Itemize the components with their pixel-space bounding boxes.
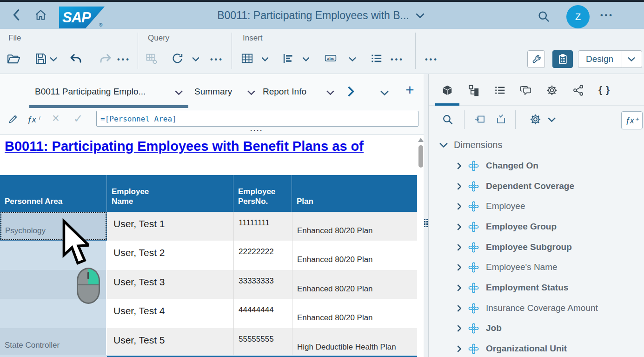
- tab-report-chevron-icon[interactable]: [175, 90, 183, 95]
- cell-employee-name[interactable]: User, Test 1: [107, 212, 233, 241]
- dimensions-section-header[interactable]: Dimensions: [439, 140, 502, 150]
- insert-text-icon[interactable]: abc: [323, 52, 338, 64]
- cell-employee-persno[interactable]: 11111111: [233, 212, 292, 241]
- scrollbar-thumb[interactable]: [418, 145, 423, 168]
- dimension-item[interactable]: Employee: [457, 200, 643, 213]
- cell-personnel-area[interactable]: [0, 241, 107, 270]
- dimension-item[interactable]: Insurance Coverage Amount: [457, 302, 643, 315]
- dimension-item[interactable]: Employee Subgroup: [457, 241, 643, 254]
- expand-chevron-icon[interactable]: [457, 183, 461, 190]
- expand-chevron-icon[interactable]: [457, 305, 461, 312]
- dimension-item[interactable]: Employee's Name: [457, 261, 643, 274]
- redo-icon[interactable]: [99, 52, 113, 66]
- toolbar-overflow-icon[interactable]: •••: [425, 55, 438, 64]
- formula-editor-icon[interactable]: ƒx⁺: [27, 114, 41, 125]
- manage-objects-icon[interactable]: [496, 114, 507, 125]
- file-overflow-icon[interactable]: •••: [117, 55, 131, 64]
- cell-plan[interactable]: Enhanced 80/20 Plan: [292, 270, 417, 299]
- expand-chevron-icon[interactable]: [457, 345, 461, 352]
- add-report-icon[interactable]: +: [405, 81, 414, 99]
- edit-formula-icon[interactable]: [7, 114, 19, 125]
- dimension-item[interactable]: Job: [457, 322, 643, 335]
- home-icon[interactable]: [34, 9, 47, 21]
- tab-report[interactable]: B0011 Participating Emplo...: [35, 87, 146, 97]
- insert-object-icon[interactable]: [474, 114, 485, 125]
- edit-query-icon[interactable]: [145, 52, 158, 65]
- cell-employee-persno[interactable]: 22222222: [233, 241, 292, 270]
- scroll-up-icon[interactable]: [418, 138, 424, 142]
- insert-table-icon[interactable]: [241, 52, 253, 65]
- column-header-personnel-area[interactable]: Personnel Area: [0, 175, 107, 212]
- column-header-employee-name[interactable]: Employee Name: [107, 175, 233, 212]
- cell-employee-name[interactable]: User, Test 2: [107, 241, 233, 270]
- refresh-menu-chevron-icon[interactable]: [192, 57, 199, 61]
- expand-chevron-icon[interactable]: [457, 203, 461, 210]
- design-mode-button[interactable]: Design: [578, 50, 642, 68]
- column-header-employee-persno[interactable]: Employee PersNo.: [233, 175, 292, 212]
- comments-icon[interactable]: [519, 84, 532, 96]
- refresh-icon[interactable]: [171, 52, 184, 65]
- dimension-item[interactable]: Employment Status: [457, 281, 643, 294]
- save-menu-chevron-icon[interactable]: [50, 57, 57, 61]
- cell-personnel-area[interactable]: State Controller: [0, 328, 107, 355]
- insert-overflow-icon[interactable]: •••: [391, 55, 404, 64]
- document-structure-icon[interactable]: [468, 84, 480, 96]
- tabs-list-chevron-icon[interactable]: [380, 90, 389, 95]
- back-icon[interactable]: [13, 9, 20, 21]
- cell-plan[interactable]: Enhanced 80/20 Plan: [292, 241, 417, 270]
- insert-table-chevron-icon[interactable]: [261, 57, 269, 61]
- expand-chevron-icon[interactable]: [457, 162, 461, 169]
- tab-summary[interactable]: Summary: [194, 87, 232, 97]
- cell-employee-name[interactable]: User, Test 5: [107, 328, 233, 355]
- expand-chevron-icon[interactable]: [457, 325, 461, 332]
- panel-gear-chevron-icon[interactable]: [548, 117, 556, 122]
- validate-formula-icon[interactable]: ✓: [73, 112, 83, 125]
- insert-chart-chevron-icon[interactable]: [302, 57, 310, 61]
- cell-employee-name[interactable]: User, Test 3: [107, 270, 233, 299]
- dimension-item[interactable]: Organizational Unit: [457, 342, 643, 355]
- tab-report-info[interactable]: Report Info: [263, 87, 306, 97]
- document-title-menu[interactable]: B0011: Participating Employees with B...: [139, 2, 502, 29]
- report-title-link[interactable]: B0011: Participating Employees with Bene…: [5, 139, 417, 154]
- undo-icon[interactable]: [69, 52, 83, 66]
- insert-chart-icon[interactable]: [282, 52, 294, 65]
- cell-plan[interactable]: Enhanced 80/20 Plan: [292, 212, 417, 241]
- formula-bar-resize-handle[interactable]: ····: [250, 127, 263, 135]
- column-header-plan[interactable]: Plan: [292, 175, 417, 212]
- dimension-item[interactable]: Dependent Coverage: [457, 180, 643, 193]
- shell-overflow-icon[interactable]: •••: [600, 11, 614, 20]
- tab-summary-chevron-icon[interactable]: [247, 90, 255, 95]
- tools-button[interactable]: [527, 50, 545, 68]
- splitter-handle[interactable]: [424, 219, 428, 227]
- share-icon[interactable]: [572, 84, 584, 96]
- cell-employee-persno[interactable]: 33333333: [233, 270, 292, 299]
- cell-personnel-area-selected[interactable]: Psychology: [0, 212, 107, 241]
- formula-input[interactable]: =[Personnel Area]: [96, 111, 418, 127]
- open-document-icon[interactable]: [7, 52, 20, 66]
- avatar[interactable]: Z: [566, 5, 590, 28]
- cell-plan[interactable]: Enhanced 80/20 Plan: [292, 299, 417, 328]
- cell-plan[interactable]: High Deductible Health Plan: [292, 328, 417, 355]
- search-icon[interactable]: [537, 10, 550, 23]
- outline-button[interactable]: [552, 50, 573, 68]
- expand-chevron-icon[interactable]: [457, 284, 461, 291]
- cell-employee-persno[interactable]: 55555555: [233, 328, 292, 355]
- panel-splitter[interactable]: [424, 74, 428, 357]
- navigation-list-icon[interactable]: [494, 84, 506, 96]
- formula-button[interactable]: ƒx⁺: [621, 111, 643, 129]
- panel-gear-icon[interactable]: [529, 113, 542, 126]
- panel-search-icon[interactable]: [442, 114, 453, 125]
- cell-employee-persno[interactable]: 44444444: [233, 299, 292, 328]
- cell-employee-name[interactable]: User, Test 4: [107, 299, 233, 328]
- insert-list-icon[interactable]: [370, 52, 383, 65]
- dimension-item[interactable]: Employee Group: [457, 220, 643, 233]
- expand-chevron-icon[interactable]: [457, 264, 461, 271]
- tabs-scroll-next-icon[interactable]: [348, 86, 354, 97]
- insert-text-chevron-icon[interactable]: [349, 57, 356, 61]
- code-braces-icon[interactable]: { }: [598, 84, 610, 95]
- save-icon[interactable]: [34, 52, 47, 65]
- objects-tab-cube-icon[interactable]: [441, 84, 453, 96]
- settings-gear-icon[interactable]: [546, 84, 558, 96]
- cancel-formula-icon[interactable]: ×: [52, 111, 60, 126]
- dimension-item[interactable]: Changed On: [457, 159, 643, 172]
